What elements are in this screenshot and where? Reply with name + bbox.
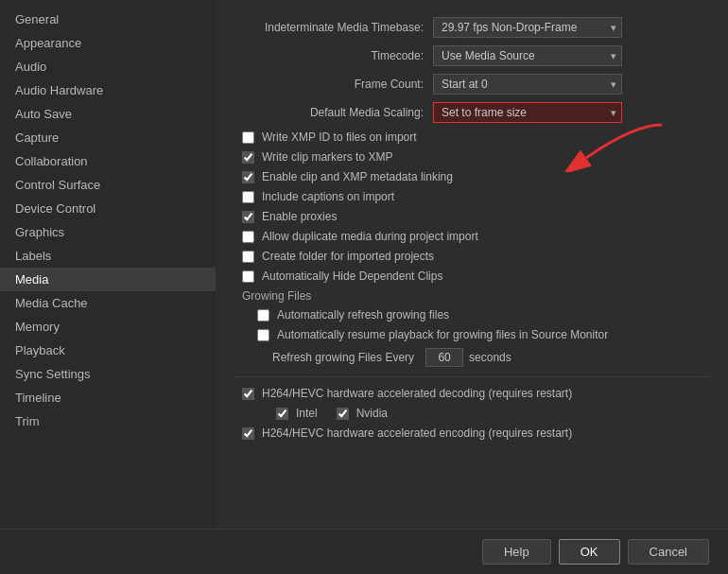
checkbox-intel[interactable] xyxy=(276,408,288,420)
sidebar-item-collaboration[interactable]: Collaboration xyxy=(0,149,216,173)
checkbox-auto-hide-dependent[interactable] xyxy=(242,270,254,283)
checkbox-row-h264-encode: H264/HEVC hardware accelerated encoding … xyxy=(234,426,709,440)
checkbox-row-enable-clip-xmp: Enable clip and XMP metadata linking xyxy=(234,170,709,183)
checkbox-label-write-xmp: Write XMP ID to files on import xyxy=(262,130,417,144)
sidebar-item-media-cache[interactable]: Media Cache xyxy=(0,291,216,315)
checkbox-row-h264-decode: H264/HEVC hardware accelerated decoding … xyxy=(234,387,709,400)
checkbox-label-auto-refresh: Automatically refresh growing files xyxy=(277,308,449,322)
checkbox-label-auto-hide-dependent: Automatically Hide Dependent Clips xyxy=(262,270,442,283)
sidebar: GeneralAppearanceAudioAudio HardwareAuto… xyxy=(0,0,216,529)
checkbox-row-auto-hide-dependent: Automatically Hide Dependent Clips xyxy=(234,270,709,283)
sub-checkboxes: IntelNvidia xyxy=(276,407,709,420)
checkbox-auto-resume[interactable] xyxy=(257,329,269,341)
checkbox-auto-refresh[interactable] xyxy=(257,309,269,322)
arrow-annotation xyxy=(558,115,671,175)
checkbox-row-write-xmp: Write XMP ID to files on import xyxy=(234,130,709,144)
checkbox-nvidia[interactable] xyxy=(337,408,349,420)
checkbox-include-captions[interactable] xyxy=(242,191,254,203)
select-wrapper-timebase: 29.97 fps Non-Drop-Frame23.976 fps25 fps… xyxy=(433,17,622,38)
sidebar-item-audio[interactable]: Audio xyxy=(0,55,216,78)
select-media-scaling[interactable]: Set to frame sizeScale to fillSet to fra… xyxy=(433,102,622,123)
form-row-timebase: Indeterminate Media Timebase:29.97 fps N… xyxy=(234,17,709,38)
sidebar-item-general[interactable]: General xyxy=(0,8,216,31)
checkbox-write-clip-markers[interactable] xyxy=(242,151,254,164)
checkbox-h264-decode[interactable] xyxy=(242,388,254,400)
checkbox-row-nvidia: Nvidia xyxy=(337,407,388,420)
sidebar-item-labels[interactable]: Labels xyxy=(0,244,216,268)
checkbox-row-include-captions: Include captions on import xyxy=(234,190,709,203)
checkbox-row-intel: Intel xyxy=(276,407,318,420)
divider xyxy=(234,376,709,377)
help-button[interactable]: Help xyxy=(482,539,551,565)
select-wrapper-timecode: Use Media SourceGenerate00:00:00:00 xyxy=(433,45,622,66)
checkbox-label-nvidia: Nvidia xyxy=(356,407,388,420)
growing-files-section: Automatically refresh growing filesAutom… xyxy=(250,308,709,367)
checkbox-row-allow-duplicate: Allow duplicate media during project imp… xyxy=(234,230,709,243)
checkbox-label-intel: Intel xyxy=(296,407,318,420)
sidebar-item-sync-settings[interactable]: Sync Settings xyxy=(0,362,216,386)
refresh-row: Refresh growing Files Everyseconds xyxy=(250,348,709,367)
select-timebase[interactable]: 29.97 fps Non-Drop-Frame23.976 fps25 fps… xyxy=(433,17,622,38)
checkbox-label-auto-resume: Automatically resume playback for growin… xyxy=(277,328,608,341)
sidebar-item-device-control[interactable]: Device Control xyxy=(0,197,216,220)
form-row-frame-count: Frame Count:Start at 0Start at 1 xyxy=(234,74,709,95)
checkbox-h264-encode[interactable] xyxy=(242,427,254,440)
form-label-frame-count: Frame Count: xyxy=(234,78,424,91)
growing-files-label: Growing Files xyxy=(234,289,709,303)
refresh-prefix: Refresh growing Files Every xyxy=(272,351,414,364)
form-row-timecode: Timecode:Use Media SourceGenerate00:00:0… xyxy=(234,45,709,66)
sidebar-item-audio-hardware[interactable]: Audio Hardware xyxy=(0,78,216,102)
form-row-media-scaling: Default Media Scaling:Set to frame sizeS… xyxy=(234,102,709,123)
main-panel: Indeterminate Media Timebase:29.97 fps N… xyxy=(216,0,728,529)
refresh-input[interactable] xyxy=(425,348,463,367)
select-wrapper-media-scaling: Set to frame sizeScale to fillSet to fra… xyxy=(433,102,622,123)
form-label-timebase: Indeterminate Media Timebase: xyxy=(234,21,424,34)
sidebar-item-memory[interactable]: Memory xyxy=(0,315,216,339)
sidebar-item-graphics[interactable]: Graphics xyxy=(0,220,216,244)
sidebar-item-media[interactable]: Media xyxy=(0,268,216,291)
select-timecode[interactable]: Use Media SourceGenerate00:00:00:00 xyxy=(433,45,622,66)
dialog-footer: Help OK Cancel xyxy=(0,529,728,574)
checkbox-label-enable-clip-xmp: Enable clip and XMP metadata linking xyxy=(262,170,453,183)
checkbox-label-include-captions: Include captions on import xyxy=(262,190,394,203)
checkbox-label-h264-decode: H264/HEVC hardware accelerated decoding … xyxy=(262,387,572,400)
checkbox-label-enable-proxies: Enable proxies xyxy=(262,210,337,223)
sidebar-item-timeline[interactable]: Timeline xyxy=(0,386,216,409)
checkbox-allow-duplicate[interactable] xyxy=(242,231,254,243)
form-label-media-scaling: Default Media Scaling: xyxy=(234,106,424,119)
form-label-timecode: Timecode: xyxy=(234,49,424,62)
checkbox-write-xmp[interactable] xyxy=(242,131,254,144)
sidebar-item-capture[interactable]: Capture xyxy=(0,126,216,149)
sidebar-item-control-surface[interactable]: Control Surface xyxy=(0,173,216,197)
dialog-content: GeneralAppearanceAudioAudio HardwareAuto… xyxy=(0,0,728,529)
sidebar-item-appearance[interactable]: Appearance xyxy=(0,31,216,55)
checkbox-create-folder[interactable] xyxy=(242,251,254,263)
checkbox-enable-proxies[interactable] xyxy=(242,211,254,223)
refresh-suffix: seconds xyxy=(469,351,511,364)
cancel-button[interactable]: Cancel xyxy=(628,539,709,565)
select-wrapper-frame-count: Start at 0Start at 1 xyxy=(433,74,622,95)
preferences-dialog: GeneralAppearanceAudioAudio HardwareAuto… xyxy=(0,0,728,574)
checkbox-label-h264-encode: H264/HEVC hardware accelerated encoding … xyxy=(262,426,572,440)
checkbox-row-enable-proxies: Enable proxies xyxy=(234,210,709,223)
select-frame-count[interactable]: Start at 0Start at 1 xyxy=(433,74,622,95)
checkbox-enable-clip-xmp[interactable] xyxy=(242,171,254,183)
sidebar-item-trim[interactable]: Trim xyxy=(0,409,216,433)
checkbox-row-write-clip-markers: Write clip markers to XMP xyxy=(234,150,709,164)
checkbox-row-create-folder: Create folder for imported projects xyxy=(234,250,709,263)
checkbox-row-auto-resume: Automatically resume playback for growin… xyxy=(250,328,709,341)
checkbox-row-auto-refresh: Automatically refresh growing files xyxy=(250,308,709,322)
checkbox-label-write-clip-markers: Write clip markers to XMP xyxy=(262,150,392,164)
checkbox-label-allow-duplicate: Allow duplicate media during project imp… xyxy=(262,230,478,243)
ok-button[interactable]: OK xyxy=(559,539,620,565)
sidebar-item-playback[interactable]: Playback xyxy=(0,339,216,362)
checkbox-label-create-folder: Create folder for imported projects xyxy=(262,250,434,263)
sidebar-item-auto-save[interactable]: Auto Save xyxy=(0,102,216,126)
